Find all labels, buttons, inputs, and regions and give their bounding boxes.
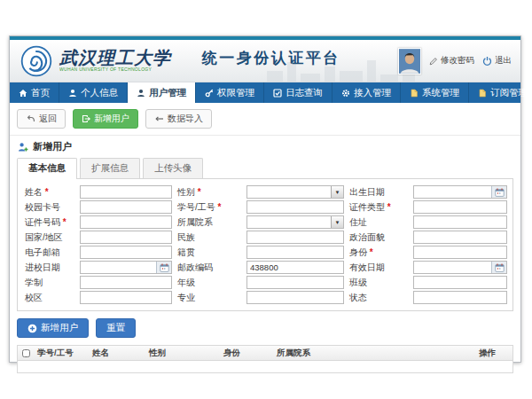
grade-input[interactable] [247,277,343,288]
campus-card-input[interactable] [81,201,171,213]
col-department: 所属院系 [273,348,475,359]
tab-basic-info[interactable]: 基本信息 [17,158,77,179]
address-input[interactable] [414,216,506,228]
nav-tab-label: 用户管理 [149,87,186,99]
name-field [80,185,172,199]
student-id-input[interactable] [247,201,343,213]
gender-dropdown-button[interactable]: ▼ [331,186,343,198]
select-all-checkbox[interactable] [22,349,30,357]
calendar-icon[interactable] [491,186,506,198]
app-header: 武汉理工大学 WUHAN UNIVERSITY OF TECHNOLOGY 统一… [10,40,520,82]
university-name-en: WUHAN UNIVERSITY OF TECHNOLOGY [59,67,152,72]
reset-button-label: 重置 [106,322,125,334]
platform-title: 统一身份认证平台 [202,48,340,68]
select-all-checkbox-cell [18,349,34,357]
department-input[interactable] [247,216,331,228]
status-field [413,291,507,304]
email-input[interactable] [81,246,171,258]
nav-tab-label: 首页 [31,87,50,99]
nav-tab-user-management[interactable]: 用户管理 [128,82,196,103]
id-type-input[interactable] [414,201,506,213]
nav-tab-label: 系统管理 [422,87,459,99]
valid-date-input[interactable] [414,262,491,273]
add-user-toolbar-button[interactable]: 新增用户 [73,109,138,129]
user-avatar[interactable] [398,48,421,74]
id-number-input[interactable] [81,216,171,228]
native-place-input[interactable] [247,246,343,258]
field-label-email: 电子邮箱 [25,246,74,259]
birth-date-input[interactable] [414,186,491,198]
nav-tab-label: 权限管理 [217,87,254,99]
nav-tab-system-management[interactable]: 系统管理 [401,82,469,103]
identity-input[interactable] [414,246,506,258]
postal-code-field [246,261,344,274]
nav-tab-access-management[interactable]: 接入管理 [332,82,401,103]
calendar-icon[interactable] [491,262,506,273]
id-number-field [80,215,172,229]
change-password-link[interactable]: 修改密码 [429,55,474,66]
nav-tab-log-query[interactable]: 日志查询 [264,82,332,103]
status-input[interactable] [414,292,506,303]
users-table-empty-body [18,361,512,372]
major-input[interactable] [247,292,343,303]
department-dropdown-button[interactable]: ▼ [331,216,343,228]
import-arrow-icon [154,114,164,123]
data-import-button[interactable]: 数据导入 [145,109,212,129]
entry-date-input[interactable] [81,262,156,273]
nav-tab-subscription-management[interactable]: 订阅管理 [469,82,532,103]
nav-tab-home[interactable]: 首页 [10,82,59,103]
logout-label: 退出 [495,55,512,66]
nav-tab-personal-info[interactable]: 个人信息 [59,82,128,103]
power-icon [482,56,492,66]
field-label-country-region: 国家/地区 [25,231,74,244]
col-operation: 操作 [475,348,512,359]
country-region-input[interactable] [81,231,171,243]
campus-card-field [80,200,172,214]
postal-code-input[interactable] [247,262,343,273]
field-label-valid-date: 有效日期 [349,262,408,274]
university-name-cn: 武汉理工大学 [59,49,188,66]
campus-input[interactable] [81,292,171,303]
basic-info-form: 姓名 性别 ▼ 出生日期 校园卡号 学号/工号 证件类型 证件号码 所属院系 ▼… [17,179,513,311]
field-label-political-status: 政治面貌 [349,231,408,244]
log-check-icon [273,89,282,98]
add-user-section-icon [18,142,28,153]
key-icon [205,89,214,98]
users-table-header: 学号/工号 姓名 性别 身份 所属院系 操作 [18,346,512,361]
ethnicity-input[interactable] [247,231,343,243]
nav-tab-permission-management[interactable]: 权限管理 [196,82,264,103]
political-status-input[interactable] [414,231,506,243]
document-icon [478,89,487,98]
logout-link[interactable]: 退出 [482,55,512,66]
nav-tab-label: 个人信息 [81,87,118,99]
nav-tab-label: 订阅管理 [490,87,528,99]
pencil-icon [429,57,438,66]
back-button[interactable]: 返回 [17,109,66,129]
name-input[interactable] [81,186,171,198]
calendar-icon[interactable] [156,262,171,273]
field-label-identity: 身份 [349,246,408,259]
form-tabstrip: 基本信息 扩展信息 上传头像 [17,158,513,179]
back-arrow-icon [26,114,35,123]
field-label-class: 班级 [349,277,408,289]
class-input[interactable] [414,277,506,288]
tab-extended-info[interactable]: 扩展信息 [80,158,140,178]
field-label-student-id: 学号/工号 [177,201,241,214]
field-label-ethnicity: 民族 [177,231,241,244]
gender-input[interactable] [247,186,331,198]
field-label-department: 所属院系 [177,216,241,229]
email-field [80,246,172,259]
native-place-field [246,246,344,259]
reset-button[interactable]: 重置 [96,318,136,338]
valid-date-field [413,261,507,274]
tab-upload-avatar[interactable]: 上传头像 [143,158,203,178]
class-field [413,276,507,289]
university-logo [20,45,52,77]
student-id-field [246,200,344,214]
id-type-field [413,200,507,214]
add-user-submit-button[interactable]: 新增用户 [17,318,89,338]
users-icon [137,89,145,98]
grade-field [246,276,344,289]
nav-tab-label: 日志查询 [286,87,323,99]
education-length-input[interactable] [81,277,171,288]
